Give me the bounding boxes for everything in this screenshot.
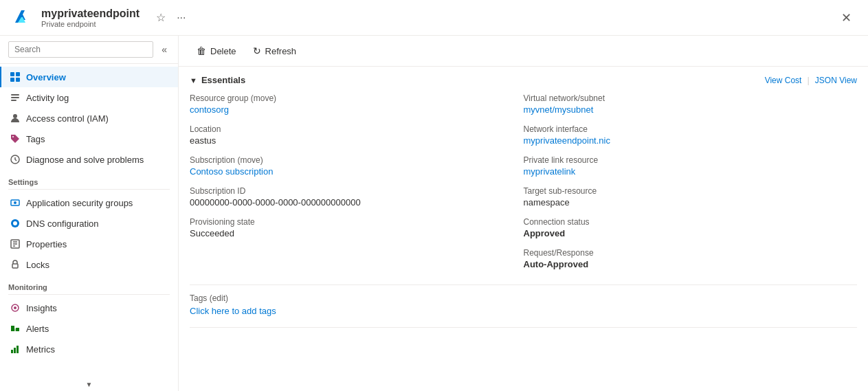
sidebar-item-diagnose[interactable]: Diagnose and solve problems	[0, 149, 178, 170]
target-sub-row: Target sub-resource namespace	[524, 186, 847, 208]
svg-point-7	[13, 114, 17, 118]
private-link-link[interactable]: myprivatelink	[524, 166, 576, 177]
essentials-left: Resource group (move) contosorg Location…	[190, 93, 524, 279]
asg-label: Application security groups	[26, 198, 133, 208]
essentials-title: ▼ Essentials	[190, 75, 245, 85]
settings-section-label: Settings	[0, 170, 178, 189]
private-link-label: Private link resource	[524, 155, 847, 165]
locks-icon	[10, 259, 21, 270]
tag-icon	[10, 133, 21, 144]
essentials-title-text: Essentials	[201, 75, 245, 85]
sidebar-item-insights[interactable]: Insights	[0, 298, 178, 318]
target-sub-label: Target sub-resource	[524, 186, 847, 196]
delete-button[interactable]: 🗑 Delete	[190, 41, 243, 60]
activity-icon	[10, 92, 21, 103]
alerts-label: Alerts	[26, 324, 49, 334]
properties-label: Properties	[26, 239, 67, 249]
vnet-label: Virtual network/subnet	[524, 93, 847, 103]
tags-section-label: Tags (edit)	[190, 293, 857, 303]
svg-rect-1	[16, 72, 20, 76]
metrics-icon	[10, 344, 21, 355]
resource-group-move-link[interactable]: (move)	[251, 93, 276, 103]
provisioning-label: Provisioning state	[190, 217, 513, 227]
json-view-button[interactable]: JSON View	[815, 75, 857, 85]
sidebar-item-alerts[interactable]: Alerts	[0, 318, 178, 339]
toolbar: 🗑 Delete ↻ Refresh	[179, 36, 868, 67]
favorite-button[interactable]: ☆	[153, 8, 168, 27]
tags-edit-link[interactable]: (edit)	[210, 293, 228, 303]
header-actions: ☆ ···	[153, 8, 188, 27]
target-sub-value: namespace	[524, 197, 847, 208]
subscription-move-link[interactable]: (move)	[237, 155, 263, 165]
more-button[interactable]: ···	[174, 9, 188, 27]
essentials-right: Virtual network/subnet myvnet/mysubnet N…	[524, 93, 858, 279]
vnet-row: Virtual network/subnet myvnet/mysubnet	[524, 93, 847, 115]
location-row: Location eastus	[190, 124, 513, 146]
sidebar-nav: Overview Activity log Access control (IA…	[0, 64, 178, 378]
monitoring-section-label: Monitoring	[0, 275, 178, 294]
sidebar-item-locks[interactable]: Locks	[0, 254, 178, 275]
nic-label: Network interface	[524, 124, 847, 134]
delete-icon: 🗑	[197, 45, 206, 56]
header-title-block: myprivateendpoint Private endpoint	[41, 8, 140, 28]
svg-rect-18	[12, 264, 18, 268]
sidebar-item-properties[interactable]: Properties	[0, 234, 178, 254]
essentials-header: ▼ Essentials View Cost | JSON View	[190, 75, 857, 85]
nic-link[interactable]: myprivateendpoint.nic	[524, 135, 610, 146]
svg-point-11	[14, 201, 16, 204]
svg-point-13	[13, 221, 17, 225]
refresh-label: Refresh	[265, 46, 297, 56]
metrics-label: Metrics	[26, 344, 55, 355]
connection-status-row: Connection status Approved	[524, 217, 847, 238]
dns-label: DNS configuration	[26, 219, 99, 229]
close-button[interactable]: ✕	[836, 8, 857, 28]
request-response-label: Request/Response	[524, 248, 847, 258]
insights-label: Insights	[26, 303, 57, 313]
dns-icon	[10, 218, 21, 229]
sidebar-item-dns-config[interactable]: DNS configuration	[0, 213, 178, 234]
subscription-id-row: Subscription ID 00000000-0000-0000-0000-…	[190, 186, 513, 208]
sidebar-item-tags[interactable]: Tags	[0, 129, 178, 149]
sidebar-item-iam[interactable]: Access control (IAM)	[0, 108, 178, 129]
svg-rect-2	[10, 78, 14, 82]
connection-status-label: Connection status	[524, 217, 847, 227]
sidebar-item-app-security-groups[interactable]: Application security groups	[0, 192, 178, 213]
svg-point-8	[12, 136, 14, 137]
subscription-row: Subscription (move) Contoso subscription	[190, 155, 513, 177]
svg-rect-24	[11, 350, 13, 353]
svg-rect-25	[14, 348, 16, 353]
tags-label: Tags	[26, 134, 45, 144]
refresh-button[interactable]: ↻ Refresh	[246, 41, 304, 60]
sidebar-item-metrics[interactable]: Metrics	[0, 339, 178, 359]
diagnose-icon	[10, 154, 21, 165]
tags-row: Tags (edit) Click here to add tags	[190, 284, 857, 316]
resource-group-label: Resource group (move)	[190, 93, 513, 103]
nic-value: myprivateendpoint.nic	[524, 135, 847, 146]
provisioning-value: Succeeded	[190, 228, 513, 238]
content-area: 🗑 Delete ↻ Refresh ▼ Essentials View Cos…	[179, 36, 868, 391]
sidebar-item-activity-log[interactable]: Activity log	[0, 87, 178, 108]
sidebar-item-overview[interactable]: Overview	[0, 67, 178, 87]
vnet-link[interactable]: myvnet/mysubnet	[524, 104, 594, 115]
search-input[interactable]	[8, 41, 153, 58]
resource-title: myprivateendpoint	[41, 8, 140, 20]
resource-group-link[interactable]: contosorg	[190, 104, 229, 115]
subscription-value: Contoso subscription	[190, 166, 513, 177]
svg-rect-3	[16, 78, 20, 82]
request-response-value: Auto-Approved	[524, 259, 847, 269]
collapse-sidebar-button[interactable]: «	[159, 41, 170, 58]
locks-label: Locks	[26, 260, 49, 270]
location-value: eastus	[190, 135, 513, 146]
activity-log-label: Activity log	[26, 93, 69, 103]
tags-add-link[interactable]: Click here to add tags	[190, 306, 857, 316]
subscription-id-label: Subscription ID	[190, 186, 513, 196]
bottom-divider	[190, 327, 857, 328]
subscription-id-value: 00000000-0000-0000-0000-000000000000	[190, 197, 513, 208]
subscription-link[interactable]: Contoso subscription	[190, 166, 273, 177]
azure-logo	[11, 7, 33, 29]
alerts-icon	[10, 323, 21, 334]
sidebar: « Overview Activity log	[0, 36, 179, 391]
view-cost-button[interactable]: View Cost	[765, 75, 802, 85]
iam-label: Access control (IAM)	[26, 113, 109, 124]
subscription-label: Subscription (move)	[190, 155, 513, 165]
